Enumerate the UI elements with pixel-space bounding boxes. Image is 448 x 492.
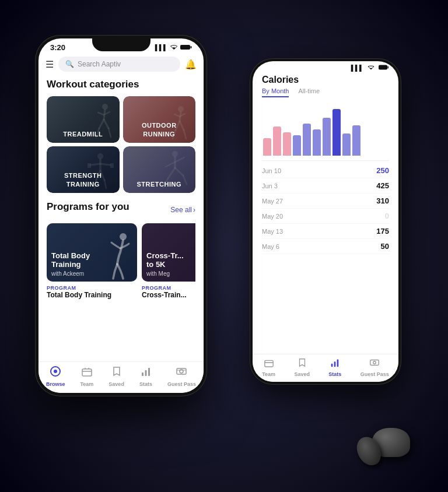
- p2-tab-guest[interactable]: Guest Pass: [360, 357, 389, 377]
- tab-stats-label: Stats: [139, 381, 152, 387]
- svg-rect-49: [379, 65, 387, 70]
- program-name-2: Cross-Train...: [142, 291, 195, 299]
- treadmill-label: TREADMILL: [63, 130, 103, 138]
- svg-rect-44: [145, 370, 146, 376]
- chart-bar-1: [263, 138, 271, 156]
- svg-rect-53: [331, 364, 333, 367]
- phone1-device: 3:20 ▌▌▌ ☰ 🔍 Search Aaptiv: [35, 35, 207, 396]
- chart-bar-6: [313, 129, 321, 156]
- p2-tab-stats-label: Stats: [328, 371, 341, 377]
- calorie-row-may20[interactable]: May 20 0: [262, 209, 389, 224]
- p2-tab-stats[interactable]: Stats: [328, 357, 341, 377]
- program-title-2: Cross-Tr...to 5K: [146, 251, 195, 269]
- wifi-icon: [170, 44, 178, 51]
- chart-bar-5: [303, 124, 311, 156]
- program-label-1: PROGRAM: [47, 285, 137, 291]
- program-sub-1: with Ackeem: [51, 270, 132, 277]
- guest-pass-icon: [176, 366, 187, 380]
- period-by-month[interactable]: By Month: [262, 87, 289, 97]
- menu-icon[interactable]: ☰: [46, 59, 54, 70]
- date-jun3: Jun 3: [262, 182, 278, 189]
- workout-categories-title: Workout categories: [47, 79, 195, 90]
- search-bar: ☰ 🔍 Search Aaptiv 🔔: [38, 54, 204, 74]
- phone2-screen: ▌▌▌ Calories By Month All-time: [253, 61, 398, 382]
- program-card-cross-train[interactable]: Cross-Tr...to 5K with Meg: [142, 223, 195, 282]
- svg-rect-51: [264, 360, 272, 367]
- search-box[interactable]: 🔍 Search Aaptiv: [58, 57, 180, 72]
- status-icons: ▌▌▌: [155, 44, 192, 51]
- signal-icon: ▌▌▌: [155, 44, 167, 51]
- p2-guest-icon: [369, 357, 380, 370]
- notch: [92, 38, 150, 51]
- calorie-row-jun3[interactable]: Jun 3 425: [262, 178, 389, 194]
- tab-team-label: Team: [80, 381, 94, 387]
- program-name-1: Total Body Training: [47, 291, 137, 299]
- p2-wifi: [368, 65, 374, 71]
- calorie-row-jun10[interactable]: Jun 10 250: [262, 163, 389, 178]
- phone1-main-content: Workout categories: [38, 74, 204, 304]
- program-text-1: Total BodyTraining with Ackeem: [51, 251, 132, 277]
- date-jun10: Jun 10: [262, 167, 281, 174]
- period-all-time[interactable]: All-time: [298, 87, 320, 97]
- phone1-tab-bar: Browse Team Saved: [38, 361, 204, 393]
- chart-bar-9: [342, 133, 351, 156]
- calorie-row-may27[interactable]: May 27 310: [262, 194, 389, 209]
- program-info-1: PROGRAM Total Body Training: [47, 285, 137, 299]
- tab-saved[interactable]: Saved: [108, 366, 124, 387]
- search-icon: 🔍: [65, 60, 74, 68]
- p2-battery: [379, 65, 389, 71]
- svg-point-38: [54, 370, 57, 373]
- calorie-row-may13[interactable]: May 13 175: [262, 224, 389, 239]
- category-stretching[interactable]: STRETCHING: [123, 146, 196, 193]
- tab-guest-pass[interactable]: Guest Pass: [167, 366, 196, 387]
- period-tabs: By Month All-time: [262, 87, 389, 97]
- category-grid: TREADMILL: [47, 96, 195, 193]
- p2-tab-saved-label: Saved: [294, 371, 310, 377]
- phone2-device: ▌▌▌ Calories By Month All-time: [250, 58, 401, 385]
- program-info-row: PROGRAM Total Body Training PROGRAM Cros…: [47, 285, 195, 299]
- category-treadmill[interactable]: TREADMILL: [47, 96, 120, 143]
- svg-rect-55: [337, 360, 339, 367]
- phone2-main: Calories By Month All-time: [253, 72, 398, 256]
- tab-stats[interactable]: Stats: [139, 366, 152, 387]
- programs-header: Programs for you See all ›: [47, 201, 195, 219]
- category-strength-training[interactable]: STRENGTH TRAINING: [47, 146, 120, 193]
- calorie-row-may6[interactable]: May 6 50: [262, 239, 389, 254]
- search-placeholder: Search Aaptiv: [78, 60, 121, 68]
- p2-tab-guest-label: Guest Pass: [360, 371, 389, 377]
- p2-saved-icon: [297, 357, 307, 370]
- outdoor-label: OUTDOOR RUNNING: [142, 121, 177, 138]
- svg-rect-56: [370, 360, 379, 366]
- chart-bar-4: [293, 135, 301, 156]
- saved-icon: [111, 366, 123, 380]
- svg-rect-54: [334, 361, 336, 367]
- strength-label: STRENGTH TRAINING: [64, 171, 102, 188]
- date-may27: May 27: [262, 198, 283, 205]
- program-card-total-body[interactable]: Total BodyTraining with Ackeem: [47, 223, 137, 282]
- tab-team[interactable]: Team: [80, 366, 94, 387]
- p2-tab-team[interactable]: Team: [262, 357, 275, 377]
- p2-stats-icon: [330, 357, 340, 370]
- chart-bar-3: [283, 132, 291, 156]
- see-all-link[interactable]: See all ›: [170, 206, 195, 214]
- date-may13: May 13: [262, 228, 283, 235]
- chart-divider: [262, 160, 389, 161]
- programs-scroll: Total BodyTraining with Ackeem Cross-Tr.…: [47, 223, 195, 282]
- value-may13: 175: [376, 227, 389, 236]
- p2-tab-saved[interactable]: Saved: [294, 357, 310, 377]
- p2-signal: ▌▌▌: [351, 65, 363, 71]
- chart-bar-8: [332, 109, 341, 156]
- chart-bar-2: [273, 126, 281, 156]
- earbuds: [355, 416, 425, 463]
- svg-rect-50: [388, 66, 389, 69]
- svg-rect-1: [191, 46, 192, 48]
- bell-icon[interactable]: 🔔: [185, 59, 197, 70]
- category-outdoor-running[interactable]: OUTDOOR RUNNING: [123, 96, 196, 143]
- status-time: 3:20: [50, 43, 65, 52]
- calorie-chart: [262, 103, 389, 156]
- program-title-1: Total BodyTraining: [51, 251, 132, 269]
- tab-browse[interactable]: Browse: [46, 366, 65, 387]
- program-sub-2: with Meg: [146, 270, 195, 277]
- phone2-tab-bar: Team Saved Stats: [253, 354, 398, 382]
- stats-icon: [140, 366, 152, 380]
